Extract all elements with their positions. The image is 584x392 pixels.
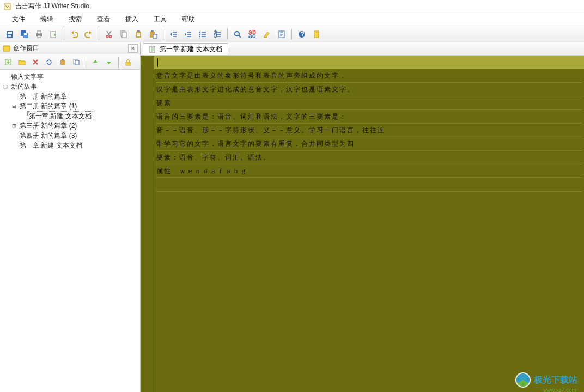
copy-button[interactable]: [117, 28, 130, 41]
tree-vol1[interactable]: 第一册 新的篇章: [1, 91, 139, 101]
paste-node-button[interactable]: [57, 56, 69, 68]
sidebar: 创作窗口 ✕ 输入文字事 ⊟新的故事 第一册 新的篇章 ⊟第二册 新的篇章 (1…: [0, 42, 141, 392]
menu-edit[interactable]: 编辑: [33, 13, 61, 26]
menu-file[interactable]: 文件: [4, 13, 33, 26]
tree-vol3[interactable]: ⊞第三册 新的篇章 (2): [1, 121, 139, 131]
svg-rect-6: [24, 33, 27, 35]
settings-button[interactable]: [310, 28, 323, 41]
script-button[interactable]: [275, 28, 288, 41]
expander-minus-icon[interactable]: ⊟: [10, 102, 19, 110]
menu-insert[interactable]: 插入: [118, 13, 146, 26]
tree-ch1doc2[interactable]: 第一章 新建 文本文档: [1, 140, 139, 150]
tree-vol2[interactable]: ⊟第二册 新的篇章 (1): [1, 101, 139, 111]
tree-vol1-label: 第一册 新的篇章: [19, 92, 67, 101]
editor-line: 要素: [156, 96, 582, 110]
tree-vol2-label: 第二册 新的篇章 (1): [19, 102, 77, 111]
tabstrip: 第一章 新建 文本文档: [141, 42, 584, 56]
replace-button[interactable]: abac: [246, 28, 259, 41]
tree-vol4[interactable]: 第四册 新的篇章 (3): [1, 131, 139, 140]
editor-line: [156, 178, 582, 192]
menu-help[interactable]: 帮助: [174, 13, 203, 26]
main-toolbar: 123 abac ?: [0, 26, 584, 42]
sidebar-icon: [2, 44, 11, 53]
menu-search[interactable]: 搜索: [61, 13, 89, 26]
indent-button[interactable]: [181, 28, 194, 41]
sidebar-close-button[interactable]: ✕: [128, 44, 138, 53]
document-icon: [149, 46, 156, 53]
window-title: 吉吉写作 JJ Writer Studio: [15, 2, 89, 11]
highlight-button[interactable]: [260, 28, 273, 41]
editor-line: 属性 ｗｅｎｄａｆａｈｇ: [156, 164, 582, 178]
cut-button[interactable]: [102, 28, 115, 41]
tree-ch1doc2-label: 第一章 新建 文本文档: [19, 141, 82, 150]
editor-line: 语言的三要素是：语音、词汇和语法，文字的三要素是：: [156, 110, 582, 124]
menu-view[interactable]: 查看: [89, 13, 118, 26]
tree-root[interactable]: 输入文字事: [1, 72, 139, 82]
titlebar: 吉吉写作 JJ Writer Studio: [0, 0, 584, 13]
menu-tools[interactable]: 工具: [146, 13, 174, 26]
text-editor[interactable]: 意音文字是由表义的象形符号和表音的声旁组成的文字， 汉字是由表形文字进化成的意音…: [154, 56, 584, 392]
svg-rect-34: [314, 31, 319, 38]
svg-point-35: [316, 32, 317, 33]
watermark-brand: 极光下载站: [534, 375, 577, 386]
outdent-button[interactable]: [167, 28, 180, 41]
lock-button[interactable]: [122, 56, 134, 68]
tree-vol3-label: 第三册 新的篇章 (2): [19, 121, 77, 131]
separator: [227, 29, 228, 40]
refresh-button[interactable]: [43, 56, 55, 68]
separator: [291, 29, 292, 40]
expander-minus-icon[interactable]: ⊟: [1, 83, 10, 90]
print-button[interactable]: [33, 28, 46, 41]
number-list-button[interactable]: 123: [211, 28, 224, 41]
sidebar-toolbar: [0, 54, 140, 70]
editor-line: 意音文字是由表义的象形符号和表音的声旁组成的文字，: [156, 69, 582, 83]
sidebar-header: 创作窗口 ✕: [0, 42, 140, 54]
tree[interactable]: 输入文字事 ⊟新的故事 第一册 新的篇章 ⊟第二册 新的篇章 (1) 第一章 新…: [0, 70, 140, 392]
svg-text:?: ?: [301, 30, 305, 38]
save-all-button[interactable]: [18, 28, 31, 41]
tab-label: 第一章 新建 文本文档: [160, 45, 222, 54]
tree-ch1doc[interactable]: 第一章 新建 文本文档: [1, 111, 139, 121]
svg-rect-19: [151, 30, 154, 32]
new-node-button[interactable]: [2, 56, 14, 68]
find-button[interactable]: [231, 28, 244, 41]
tree-story[interactable]: ⊟新的故事: [1, 82, 139, 91]
separator: [86, 57, 86, 68]
workspace: 创作窗口 ✕ 输入文字事 ⊟新的故事 第一册 新的篇章 ⊟第二册 新的篇章 (1…: [0, 42, 584, 392]
help-button[interactable]: ?: [295, 28, 308, 41]
separator: [99, 29, 99, 40]
new-folder-button[interactable]: [16, 56, 28, 68]
export-button[interactable]: [47, 28, 60, 41]
document-tab[interactable]: 第一章 新建 文本文档: [143, 43, 228, 55]
redo-button[interactable]: [82, 28, 95, 41]
svg-rect-14: [122, 32, 126, 38]
move-down-button[interactable]: [103, 56, 115, 68]
menubar: 文件 编辑 搜索 查看 插入 工具 帮助: [0, 13, 584, 26]
svg-rect-3: [8, 35, 11, 37]
editor-gutter: [141, 56, 154, 392]
svg-rect-42: [126, 62, 130, 65]
watermark-logo-icon: [515, 372, 531, 388]
delete-node-button[interactable]: [29, 56, 41, 68]
svg-text:3: 3: [214, 32, 217, 39]
expander-plus-icon[interactable]: ⊞: [10, 122, 19, 130]
app-icon: [3, 2, 12, 11]
save-button[interactable]: [3, 28, 16, 41]
svg-point-27: [235, 32, 239, 36]
move-up-button[interactable]: [89, 56, 101, 68]
editor-line: 汉字是由表形文字进化成的意音文字，汉字也是语素文字。: [156, 83, 582, 96]
separator: [64, 29, 64, 40]
paste-button[interactable]: [132, 28, 145, 41]
paste-special-button[interactable]: [147, 28, 160, 41]
svg-rect-38: [60, 60, 65, 65]
sidebar-title: 创作窗口: [11, 44, 128, 53]
duplicate-button[interactable]: [70, 56, 82, 68]
tree-vol4-label: 第四册 新的篇章 (3): [19, 131, 77, 140]
editor-line: 带学习它的文字，语言文字的要素有重复，合并同类型为四: [156, 137, 582, 151]
svg-rect-2: [8, 32, 12, 34]
svg-rect-20: [153, 34, 157, 38]
tree-root-label: 输入文字事: [10, 72, 44, 82]
undo-button[interactable]: [68, 28, 81, 41]
editor-line: [156, 56, 582, 69]
bullet-list-button[interactable]: [196, 28, 209, 41]
